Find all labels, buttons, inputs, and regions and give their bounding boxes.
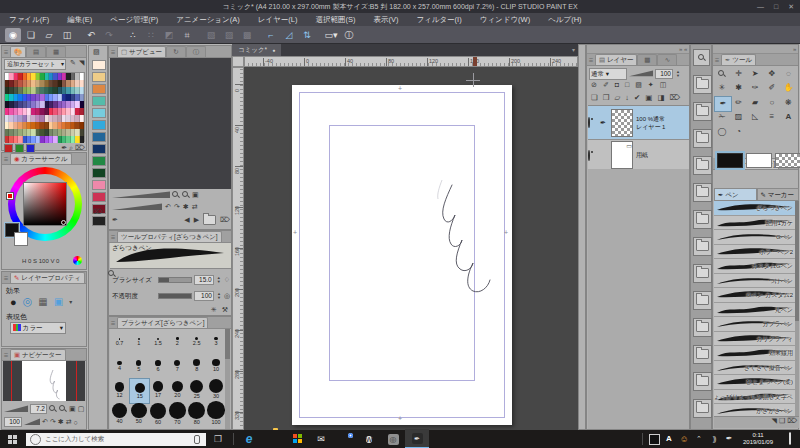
stepper-icon[interactable]: ▲▼ bbox=[675, 70, 681, 78]
deco-tool[interactable]: ✱ bbox=[731, 81, 747, 95]
material-folder-button[interactable] bbox=[693, 372, 712, 391]
sv-cursor[interactable] bbox=[61, 220, 66, 225]
reset-icon[interactable]: ✱ bbox=[183, 203, 189, 211]
tab-brush-size[interactable]: ブラシサイズ[ざらつきペン] bbox=[117, 317, 208, 328]
selection-tool[interactable]: ◌ bbox=[780, 67, 796, 81]
clear-icon[interactable]: ⌦ bbox=[220, 216, 230, 224]
stepper-icon[interactable]: ▲▼ bbox=[216, 292, 222, 300]
brush-size-cell[interactable]: 60 bbox=[149, 403, 168, 427]
window-controls[interactable]: ― □ ✕ bbox=[757, 0, 798, 13]
new-raster-layer-icon[interactable]: ❏ bbox=[591, 93, 598, 102]
menu-item[interactable]: ファイル(F) bbox=[0, 13, 58, 26]
brush-size-cell[interactable]: 50 bbox=[129, 403, 148, 427]
tab-color-set[interactable]: 🎨 bbox=[10, 46, 26, 57]
sub-color-swatch[interactable] bbox=[14, 232, 28, 246]
subtool-item[interactable]: カブラペン bbox=[714, 317, 795, 332]
layer-color-icon[interactable]: ▣ bbox=[54, 296, 63, 307]
brush-size-cell[interactable]: 30 bbox=[207, 378, 226, 402]
reset-rotation-icon[interactable]: ✱ bbox=[58, 418, 64, 426]
brush-size-cell[interactable]: 8 bbox=[187, 354, 206, 378]
tab-layer-search-icon[interactable]: ▩ bbox=[637, 54, 657, 65]
subtool-item[interactable]: ざくざく擬音ペン bbox=[714, 361, 795, 376]
new-folder-icon[interactable]: ▱ bbox=[614, 93, 620, 102]
group-tab-pen[interactable]: ✒ ペン bbox=[714, 188, 757, 201]
tray-app-icon[interactable] bbox=[646, 430, 662, 448]
task-view-icon[interactable]: ❐ bbox=[206, 430, 230, 448]
edit-color-set-icon[interactable]: ✎ bbox=[70, 59, 76, 67]
volume-icon[interactable]: )) bbox=[706, 430, 722, 448]
subtool-item[interactable]: ちょっぴりえっちな描き文字ペ bbox=[714, 390, 795, 405]
operate-tool[interactable]: ➤ bbox=[747, 67, 763, 81]
visibility-eye-icon[interactable] bbox=[588, 118, 600, 127]
menu-item[interactable]: ウィンドウ(W) bbox=[471, 13, 539, 26]
material-folder-button[interactable] bbox=[693, 399, 712, 418]
subtool-item[interactable]: ホラーペン2 bbox=[714, 245, 795, 260]
subtool-item[interactable]: Gペン カスタム2 bbox=[714, 288, 795, 303]
new-subtool-icon[interactable]: ❑ bbox=[779, 417, 785, 424]
main-color-swatch[interactable] bbox=[717, 153, 743, 168]
subtool-item[interactable]: ひとまつペン(柔) bbox=[714, 375, 795, 390]
menu-item[interactable]: レイヤー(L) bbox=[249, 13, 307, 26]
new-file-icon[interactable]: ❏ bbox=[23, 28, 39, 42]
transparent-color-swatch[interactable] bbox=[775, 153, 800, 168]
snap-special-ruler-icon[interactable]: ◿ bbox=[281, 28, 297, 42]
material-folder-button[interactable] bbox=[693, 264, 712, 283]
palette-icon[interactable]: ▨ bbox=[93, 48, 100, 56]
clip-studio-paint-taskbar-button[interactable]: ✒ bbox=[405, 429, 429, 448]
actual-size-icon[interactable]: ▢ bbox=[78, 405, 85, 413]
brush-size-cell[interactable]: 100 bbox=[207, 403, 226, 427]
text-tool[interactable]: A bbox=[780, 110, 796, 124]
start-button[interactable] bbox=[8, 435, 17, 444]
subtool-item[interactable]: 艶用1カケ bbox=[714, 216, 795, 231]
next-image-icon[interactable]: ▶ bbox=[194, 216, 199, 224]
eraser-tool[interactable]: ▰ bbox=[747, 96, 763, 110]
fit-to-screen-icon[interactable]: ▣ bbox=[69, 405, 76, 413]
subtool-item[interactable]: 効果線用 bbox=[714, 346, 795, 361]
chrome-icon[interactable] bbox=[333, 430, 357, 448]
rotate-right-icon[interactable]: ↷ bbox=[174, 203, 180, 211]
lock-alpha-icon[interactable]: □ bbox=[625, 81, 629, 89]
blend-mode-dropdown[interactable]: 通常 ▾ bbox=[589, 68, 627, 80]
collapse-dock-icon[interactable]: « bbox=[684, 46, 687, 52]
tab-item-bank-icon[interactable]: ⓘ bbox=[186, 46, 206, 57]
taskbar-search-box[interactable]: ここに入力して検索 bbox=[26, 433, 206, 446]
zoom-slider[interactable] bbox=[4, 405, 28, 413]
material-folder-button[interactable] bbox=[693, 102, 712, 121]
color-swatch[interactable] bbox=[80, 94, 84, 101]
subtool-item[interactable]: カスタムGペン bbox=[714, 259, 795, 274]
brush-size-cell[interactable]: 10 bbox=[207, 354, 226, 378]
brush-size-cell[interactable]: 2.5 bbox=[187, 329, 206, 353]
brush-size-cell[interactable]: 1.5 bbox=[149, 329, 168, 353]
snap-ruler-icon[interactable]: ⌐ bbox=[263, 28, 279, 42]
fill-tool[interactable]: ◯ bbox=[714, 125, 730, 139]
subtool-item[interactable]: つけペン bbox=[714, 274, 795, 289]
snap-grid-icon[interactable]: ⇅ bbox=[299, 28, 315, 42]
invert-selection-icon[interactable]: ◩ bbox=[161, 28, 177, 42]
color-swatch[interactable] bbox=[80, 136, 84, 143]
material-folder-button[interactable] bbox=[693, 156, 712, 175]
brush-size-cell[interactable]: 70 bbox=[168, 403, 187, 427]
split-icon[interactable]: ◫ bbox=[660, 81, 667, 89]
layer-row-2[interactable]: ▭ 用紙 bbox=[588, 140, 689, 170]
brush-size-cell[interactable]: 12 bbox=[110, 378, 129, 402]
flip-icon[interactable]: ⇄ bbox=[192, 203, 198, 211]
material-folder-button[interactable] bbox=[693, 237, 712, 256]
save-icon[interactable]: ◫ bbox=[59, 28, 75, 42]
brush-size-value[interactable]: 15.0 bbox=[194, 275, 214, 285]
history-color-swatch[interactable] bbox=[92, 96, 106, 106]
zoom-tool[interactable] bbox=[714, 67, 730, 81]
history-color-swatch[interactable] bbox=[92, 156, 106, 166]
pen-settings-icon[interactable]: ✒ bbox=[722, 430, 736, 448]
expression-color-dropdown[interactable]: カラー ▾ bbox=[10, 322, 66, 334]
dynamics-icon[interactable]: ◎ bbox=[224, 292, 230, 300]
divide-icon[interactable]: ◨ bbox=[657, 93, 664, 102]
sub-view-rotate-slider[interactable] bbox=[112, 203, 162, 211]
scrollbar[interactable] bbox=[795, 201, 799, 417]
airbrush-tool[interactable]: ✁ bbox=[714, 110, 730, 124]
history-color-swatch[interactable] bbox=[92, 216, 106, 226]
prev-image-icon[interactable]: ◀ bbox=[184, 216, 189, 224]
color-swatch[interactable] bbox=[80, 80, 84, 87]
lock-icon[interactable]: ◥ bbox=[772, 417, 777, 424]
menu-item[interactable]: 表示(V) bbox=[364, 13, 407, 26]
edge-icon[interactable]: e bbox=[237, 430, 261, 448]
